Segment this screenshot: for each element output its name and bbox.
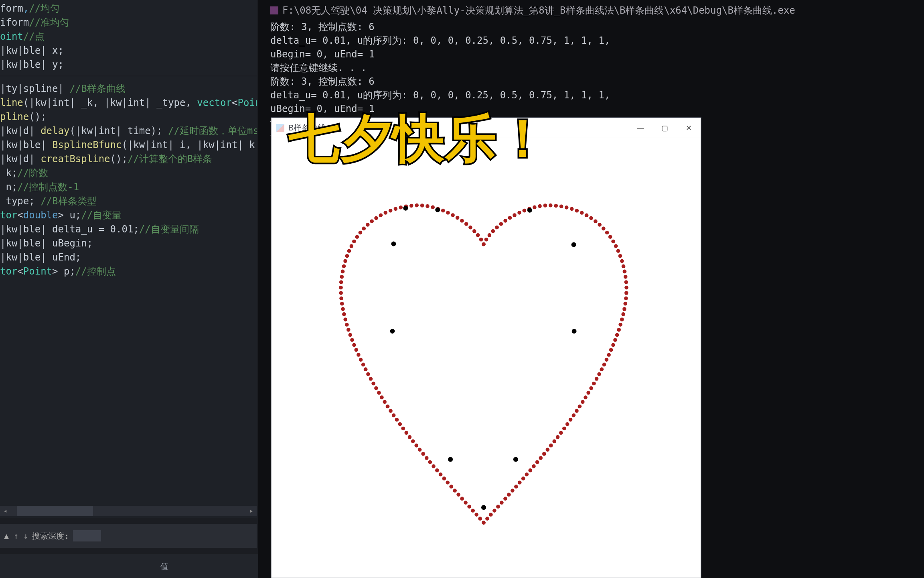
- editor-horizontal-scrollbar[interactable]: ◂ ▸: [0, 506, 257, 516]
- svg-point-178: [492, 509, 496, 513]
- svg-point-104: [538, 204, 542, 208]
- svg-point-180: [485, 517, 489, 521]
- svg-point-92: [484, 238, 488, 242]
- svg-point-187: [481, 505, 486, 510]
- svg-point-165: [539, 456, 543, 460]
- svg-point-183: [527, 208, 532, 213]
- minimize-button[interactable]: —: [628, 118, 652, 138]
- svg-point-69: [408, 435, 412, 439]
- code-line[interactable]: |kw|ble| uEnd;: [0, 250, 257, 265]
- svg-point-51: [357, 353, 361, 357]
- code-line[interactable]: k;//阶数: [0, 166, 257, 180]
- svg-point-60: [380, 395, 384, 399]
- close-button[interactable]: ✕: [677, 118, 701, 138]
- svg-point-111: [575, 209, 579, 213]
- svg-point-94: [491, 229, 495, 233]
- svg-point-118: [605, 231, 609, 235]
- svg-point-14: [420, 204, 424, 208]
- maximize-button[interactable]: ▢: [652, 118, 677, 138]
- svg-point-100: [517, 211, 521, 215]
- code-line[interactable]: |kw|ble| x;: [0, 44, 257, 58]
- code-line[interactable]: line(|kw|int| _k, |kw|int| _type, vector…: [0, 96, 257, 110]
- scroll-left-arrow[interactable]: ◂: [0, 506, 10, 516]
- svg-point-140: [611, 343, 615, 347]
- code-editor-pane[interactable]: form,//均匀iform//准均匀oint//点|kw|ble| x;|kw…: [0, 0, 257, 518]
- svg-point-34: [342, 265, 346, 269]
- search-depth-input[interactable]: [73, 530, 101, 541]
- code-line[interactable]: |ty|spline| //B样条曲线: [0, 82, 257, 96]
- scroll-thumb[interactable]: [17, 506, 93, 516]
- svg-point-143: [605, 358, 609, 362]
- svg-point-133: [622, 307, 626, 311]
- code-line[interactable]: oint//点: [0, 30, 257, 44]
- svg-point-173: [511, 488, 515, 493]
- svg-point-22: [379, 213, 383, 217]
- svg-point-36: [340, 275, 344, 279]
- svg-point-166: [535, 460, 539, 464]
- svg-point-43: [342, 312, 346, 316]
- svg-point-74: [425, 456, 429, 460]
- svg-point-6: [460, 219, 464, 223]
- svg-point-191: [435, 208, 440, 212]
- svg-point-91: [482, 242, 486, 246]
- code-line[interactable]: iform//准均匀: [0, 16, 257, 30]
- svg-point-44: [343, 317, 347, 322]
- svg-point-21: [383, 211, 387, 215]
- svg-point-63: [389, 409, 393, 413]
- svg-point-15: [415, 204, 419, 208]
- svg-point-128: [624, 280, 628, 284]
- svg-point-13: [426, 204, 430, 208]
- svg-point-156: [569, 418, 573, 422]
- svg-point-171: [518, 480, 522, 484]
- search-depth-label: 搜索深度:: [32, 531, 69, 541]
- svg-point-77: [435, 468, 439, 472]
- code-line[interactable]: tor<double> u;//自变量: [0, 208, 257, 222]
- svg-point-31: [347, 249, 351, 253]
- svg-point-79: [442, 476, 446, 480]
- svg-point-186: [513, 457, 518, 462]
- code-line[interactable]: |kw|d| creatBspline();//计算整个的B样条: [0, 152, 257, 166]
- code-line[interactable]: |kw|ble| uBegin;: [0, 236, 257, 250]
- svg-point-155: [572, 413, 576, 417]
- svg-point-125: [622, 265, 626, 269]
- svg-point-18: [399, 206, 403, 210]
- code-line[interactable]: type; //B样条类型: [0, 194, 257, 208]
- svg-point-136: [618, 323, 622, 327]
- svg-point-62: [386, 405, 390, 409]
- scroll-right-arrow[interactable]: ▸: [246, 506, 257, 516]
- code-line[interactable]: |kw|d| delay(|kw|int| time); //延时函数，单位ms: [0, 124, 257, 138]
- svg-point-107: [554, 204, 558, 208]
- svg-point-129: [624, 286, 628, 290]
- svg-point-137: [617, 328, 621, 332]
- find-nav-icons[interactable]: ▲ ↑ ↓: [4, 531, 28, 541]
- code-line[interactable]: pline();: [0, 110, 257, 124]
- code-line[interactable]: |kw|ble| BsplineBfunc(|kw|int| i, |kw|in…: [0, 138, 257, 152]
- svg-point-59: [377, 391, 381, 395]
- code-line[interactable]: n;//控制点数-1: [0, 180, 257, 194]
- graphics-app-icon: [276, 124, 284, 132]
- svg-point-169: [525, 472, 529, 476]
- console-title-bar[interactable]: F:\08无人驾驶\04 决策规划\小黎Ally-决策规划算法_第8讲_B样条曲…: [270, 4, 795, 17]
- code-line[interactable]: |kw|ble| y;: [0, 58, 257, 72]
- svg-point-127: [624, 275, 628, 279]
- code-line[interactable]: tor<Point> p;//控制点: [0, 265, 257, 279]
- svg-point-184: [571, 242, 576, 247]
- svg-point-71: [414, 444, 418, 448]
- graphics-canvas: [272, 138, 701, 578]
- code-line[interactable]: form,//均匀: [0, 2, 257, 16]
- svg-point-80: [446, 480, 450, 484]
- svg-point-45: [345, 323, 349, 327]
- svg-point-54: [364, 367, 368, 371]
- svg-point-110: [570, 207, 574, 211]
- svg-point-53: [361, 362, 365, 366]
- code-line[interactable]: |kw|ble| delta_u = 0.01;//自变量间隔: [0, 222, 257, 236]
- svg-point-108: [559, 204, 563, 208]
- svg-point-172: [514, 485, 518, 489]
- svg-point-149: [589, 386, 593, 390]
- svg-point-83: [456, 493, 460, 497]
- svg-point-19: [394, 207, 398, 211]
- console-title-text: F:\08无人驾驶\04 决策规划\小黎Ally-决策规划算法_第8讲_B样条曲…: [282, 4, 795, 17]
- control-point-dots: [390, 206, 576, 510]
- svg-point-30: [350, 244, 354, 248]
- svg-point-161: [552, 440, 556, 444]
